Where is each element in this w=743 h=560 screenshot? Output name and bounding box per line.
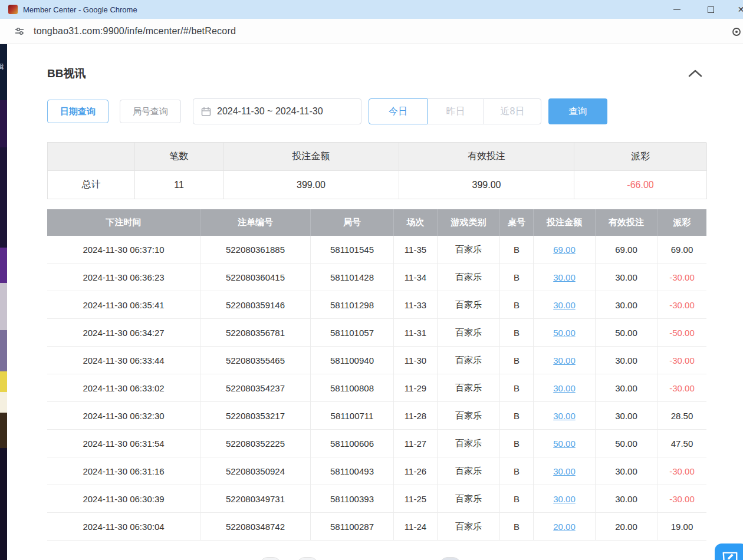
collapse-section-button[interactable]	[688, 69, 703, 78]
section-title: BB视讯	[47, 66, 86, 81]
cell-bet-time: 2024-11-30 06:30:04	[47, 513, 200, 540]
browser-urlbar: tongbao31.com:9900/infe/mcenter/#/betRec…	[0, 19, 743, 44]
cell-valid-bet: 30.00	[596, 374, 657, 401]
table-row: 2024-11-30 06:37:10522080361885581101545…	[47, 236, 706, 263]
cell-game-type: 百家乐	[438, 236, 500, 263]
table-row: 2024-11-30 06:36:23522080360415581101428…	[47, 263, 706, 291]
col-header-session: 场次	[394, 209, 438, 236]
bet-amount-link[interactable]: 30.00	[553, 272, 576, 282]
chevron-up-icon	[688, 69, 703, 78]
cell-round-no: 581101298	[311, 291, 394, 318]
minimize-button[interactable]	[668, 0, 686, 19]
cell-session: 11-33	[394, 291, 438, 318]
pagination-page-button[interactable]	[297, 557, 318, 560]
background-page-strip: 辑	[0, 44, 7, 560]
summary-header-count: 笔数	[135, 143, 223, 171]
bet-amount-link[interactable]: 30.00	[553, 466, 576, 476]
bet-amount-link[interactable]: 30.00	[553, 300, 576, 310]
bet-amount-link[interactable]: 50.00	[553, 328, 576, 338]
cell-table-no: B	[500, 374, 534, 401]
last-8-days-button[interactable]: 近8日	[484, 98, 541, 124]
cell-bet-amount: 30.00	[534, 374, 596, 401]
cell-bet-id: 522080349731	[200, 485, 311, 512]
cell-table-no: B	[500, 347, 534, 374]
cell-game-type: 百家乐	[438, 457, 500, 485]
date-query-button[interactable]: 日期查询	[47, 100, 109, 123]
cell-table-no: B	[500, 263, 534, 291]
bet-amount-link[interactable]: 30.00	[553, 383, 576, 393]
window-titlebar: Member Center - Google Chrome	[0, 0, 743, 19]
bg-segment	[0, 248, 7, 283]
cell-payout: -30.00	[657, 374, 706, 401]
cell-bet-amount: 30.00	[534, 457, 596, 485]
cell-payout: -30.00	[657, 485, 706, 512]
site-settings-icon[interactable]	[14, 26, 25, 37]
cell-bet-id: 522080348742	[200, 513, 311, 540]
bet-amount-link[interactable]: 50.00	[553, 439, 576, 449]
bg-segment	[0, 371, 7, 392]
background-edge-text: 辑	[0, 62, 4, 72]
bet-amount-link[interactable]: 30.00	[553, 494, 576, 504]
bet-amount-link[interactable]: 30.00	[553, 355, 576, 365]
address-bar[interactable]: tongbao31.com:9900/infe/mcenter/#/betRec…	[34, 26, 236, 37]
date-range-picker[interactable]: 2024-11-30 ~ 2024-11-30	[193, 98, 361, 124]
cell-session: 11-25	[394, 485, 438, 512]
cell-bet-id: 522080353217	[200, 402, 311, 429]
cell-bet-amount: 30.00	[534, 485, 596, 512]
cell-bet-amount: 30.00	[534, 402, 596, 429]
cell-game-type: 百家乐	[438, 347, 500, 374]
today-button[interactable]: 今日	[369, 98, 428, 124]
site-favicon-icon	[8, 5, 18, 14]
cell-payout: 47.50	[657, 430, 706, 457]
cell-session: 11-28	[394, 402, 438, 429]
cell-table-no: B	[500, 430, 534, 457]
window-title: Member Center - Google Chrome	[23, 5, 137, 14]
cell-payout: -30.00	[657, 457, 706, 485]
bg-segment	[0, 44, 7, 100]
col-header-bet-id: 注单编号	[200, 209, 311, 236]
bet-table-body: 2024-11-30 06:37:10522080361885581101545…	[47, 236, 706, 541]
calendar-icon	[201, 107, 211, 117]
round-query-button[interactable]: 局号查询	[120, 100, 181, 123]
bg-segment	[0, 392, 7, 413]
cell-valid-bet: 30.00	[596, 291, 657, 318]
close-icon: ✕	[738, 5, 743, 14]
maximize-button[interactable]	[702, 0, 719, 19]
cell-bet-id: 522080355465	[200, 347, 311, 374]
bet-amount-link[interactable]: 20.00	[553, 522, 576, 532]
cell-session: 11-24	[394, 513, 438, 540]
cell-table-no: B	[500, 291, 534, 318]
chat-icon	[721, 549, 739, 560]
search-button[interactable]: 查询	[548, 98, 607, 124]
cell-valid-bet: 30.00	[596, 457, 657, 485]
cell-bet-id: 522080352225	[200, 430, 311, 457]
cell-bet-time: 2024-11-30 06:37:10	[47, 236, 200, 263]
cell-table-no: B	[500, 236, 534, 263]
browser-side-panel-icon[interactable]	[732, 27, 741, 39]
bet-amount-link[interactable]: 30.00	[553, 411, 576, 421]
cell-payout: -30.00	[657, 347, 706, 374]
cell-game-type: 百家乐	[438, 319, 500, 346]
chat-button[interactable]	[715, 543, 743, 560]
col-header-table-no: 桌号	[500, 209, 534, 236]
cell-bet-id: 522080360415	[200, 263, 311, 291]
cell-table-no: B	[500, 513, 534, 540]
close-button[interactable]: ✕	[735, 0, 743, 19]
summary-corner-cell	[48, 143, 135, 171]
bg-segment	[0, 413, 7, 448]
cell-round-no: 581101545	[311, 236, 394, 263]
yesterday-button[interactable]: 昨日	[427, 98, 484, 124]
minimize-icon	[673, 9, 680, 10]
maximize-icon	[708, 6, 714, 13]
cell-session: 11-34	[394, 263, 438, 291]
cell-table-no: B	[500, 457, 534, 485]
summary-bet-value: 399.00	[223, 171, 399, 199]
pagination-next-button[interactable]	[439, 557, 461, 560]
cell-round-no: 581101057	[311, 319, 394, 346]
cell-bet-amount: 20.00	[534, 513, 596, 540]
filter-row: 日期查询 局号查询 2024-11-30 ~ 2024-11-30 今日 昨日 …	[47, 98, 607, 124]
bg-segment	[0, 330, 7, 371]
pagination-prev-button[interactable]	[259, 557, 281, 560]
col-header-game-type: 游戏类别	[438, 209, 500, 236]
bet-amount-link[interactable]: 69.00	[553, 245, 576, 255]
